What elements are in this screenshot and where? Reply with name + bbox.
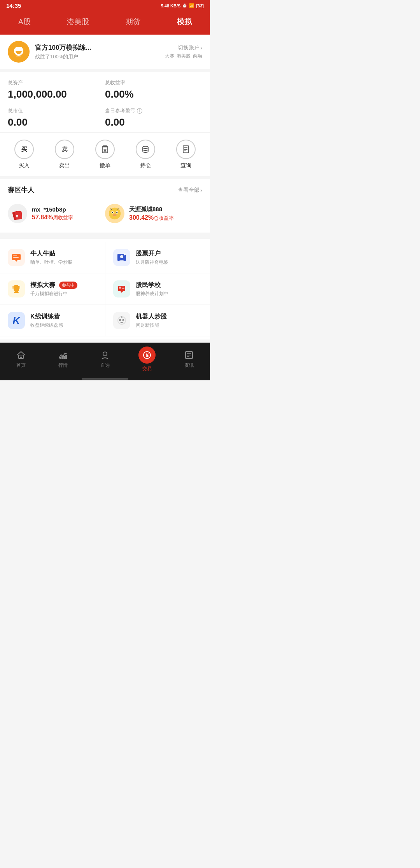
bull-name-1: 天涯孤城888 xyxy=(129,206,174,213)
mock-contest-text: 模拟大赛 参与中 千万模拟赛进行中 xyxy=(30,281,77,297)
battery-level: [33] xyxy=(196,4,204,8)
trade-active-bg: ¥ xyxy=(138,346,156,364)
menu-section: 牛人牛贴 晒单、吐槽、学炒股 + 股票开户 送月版神奇电波 xyxy=(0,239,210,340)
bull-item-1[interactable]: 天涯孤城888 300.42%总收益率 xyxy=(105,201,202,226)
kline-camp-icon: K xyxy=(8,312,25,329)
view-all-button[interactable]: 查看全部 › xyxy=(178,187,202,194)
stat-total-assets: 总资产 1,000,000.00 xyxy=(8,79,105,100)
chevron-right-icon: › xyxy=(200,187,202,193)
position-icon xyxy=(136,140,155,159)
bottom-nav: 首页 行情 自选 ¥ xyxy=(0,343,210,378)
query-label: 查询 xyxy=(180,162,191,169)
svg-point-4 xyxy=(143,146,148,149)
market-value-value: 0.00 xyxy=(8,116,105,128)
nav-item-watchlist[interactable]: 自选 xyxy=(84,350,126,369)
cancel-order-button[interactable]: 撤单 xyxy=(95,140,115,169)
participating-badge: 参与中 xyxy=(59,282,77,289)
total-return-value: 0.00% xyxy=(105,88,202,100)
nav-item-trade[interactable]: ¥ 交易 xyxy=(126,346,168,372)
daily-pnl-value: 0.00 xyxy=(105,116,202,128)
svg-point-35 xyxy=(120,320,121,320)
bull-info-1: 天涯孤城888 300.42%总收益率 xyxy=(129,206,174,222)
avatar xyxy=(8,41,30,63)
svg-rect-29 xyxy=(122,288,124,289)
svg-point-36 xyxy=(123,320,124,320)
bull-return-0: 57.84%周收益率 xyxy=(32,214,73,221)
bull-name-0: mx_*150b8p xyxy=(32,206,73,213)
svg-point-32 xyxy=(118,317,125,324)
watchlist-icon xyxy=(100,350,110,360)
tab-a-shares[interactable]: A股 xyxy=(12,15,37,28)
signal-icon: 📶 xyxy=(189,3,194,8)
menu-item-stock-school[interactable]: 股民学校 股神养成计划中 xyxy=(105,273,210,305)
info-icon[interactable]: i xyxy=(137,108,142,114)
query-icon xyxy=(176,140,196,159)
cancel-label: 撤单 xyxy=(100,162,110,169)
svg-rect-40 xyxy=(20,357,22,359)
nav-item-market[interactable]: 行情 xyxy=(42,350,84,369)
sell-icon: 卖 xyxy=(55,140,74,159)
menu-row-1: 模拟大赛 参与中 千万模拟赛进行中 股民学校 股神养成计划中 xyxy=(0,273,210,305)
bull-section: 赛区牛人 查看全部 › ♠ mx_*150b8p 57.84%周收益率 xyxy=(0,179,210,233)
position-label: 持仓 xyxy=(140,162,151,169)
robot-trading-text: 机器人炒股 问财新技能 xyxy=(136,313,167,329)
svg-point-17 xyxy=(113,214,117,216)
nav-item-home[interactable]: 首页 xyxy=(0,350,42,369)
robot-trading-icon xyxy=(113,312,130,329)
chevron-right-icon: › xyxy=(200,45,202,51)
menu-row-0: 牛人牛贴 晒单、吐槽、学炒股 + 股票开户 送月版神奇电波 xyxy=(0,242,210,273)
menu-item-robot-trading[interactable]: 机器人炒股 问财新技能 xyxy=(105,305,210,336)
status-time: 14:35 xyxy=(6,2,21,9)
svg-point-22 xyxy=(120,255,123,258)
top-nav: A股 港美股 期货 模拟 xyxy=(0,11,210,35)
nav-label-trade: 交易 xyxy=(142,366,152,372)
svg-rect-28 xyxy=(122,287,124,287)
menu-item-stock-account[interactable]: + 股票开户 送月版神奇电波 xyxy=(105,242,210,273)
cancel-icon xyxy=(95,140,115,159)
menu-item-kline-camp[interactable]: K K线训练营 收盘继续练盘感 xyxy=(0,305,105,336)
nav-item-news[interactable]: 资讯 xyxy=(168,350,210,369)
svg-rect-43 xyxy=(63,356,65,359)
market-icon xyxy=(58,350,68,360)
svg-point-16 xyxy=(116,212,117,213)
svg-rect-44 xyxy=(65,355,67,359)
menu-row-2: K K线训练营 收盘继续练盘感 xyxy=(0,305,210,336)
actions-section: 买 买入 卖 卖出 撤单 持仓 xyxy=(0,132,210,176)
query-button[interactable]: 查询 xyxy=(176,140,196,169)
stat-market-value: 总市值 0.00 xyxy=(8,107,105,128)
svg-rect-25 xyxy=(14,292,19,293)
sell-label: 卖出 xyxy=(59,162,70,169)
tab-simulation[interactable]: 模拟 xyxy=(171,15,198,28)
svg-rect-1 xyxy=(102,147,108,153)
account-name: 官方100万模拟练... xyxy=(35,43,159,52)
tab-futures[interactable]: 期货 xyxy=(119,15,147,28)
bull-post-icon xyxy=(8,249,25,266)
mock-contest-icon xyxy=(8,280,25,298)
menu-item-mock-contest[interactable]: 模拟大赛 参与中 千万模拟赛进行中 xyxy=(0,273,105,305)
bull-item-0[interactable]: ♠ mx_*150b8p 57.84%周收益率 xyxy=(8,201,105,226)
stat-daily-pnl: 当日参考盈亏 i 0.00 xyxy=(105,107,202,128)
stat-total-return: 总收益率 0.00% xyxy=(105,79,202,100)
divider-1 xyxy=(0,176,210,179)
tab-hk-us-shares[interactable]: 港美股 xyxy=(61,15,95,28)
menu-item-bull-post[interactable]: 牛人牛贴 晒单、吐槽、学炒股 xyxy=(0,242,105,273)
battery-icon: ⏰ xyxy=(182,3,187,8)
stock-school-text: 股民学校 股神养成计划中 xyxy=(136,281,168,297)
buy-button[interactable]: 买 买入 xyxy=(14,140,34,169)
account-subtitle: 战胜了100%的用户 xyxy=(35,53,159,60)
svg-rect-19 xyxy=(13,256,17,256)
switch-account-button[interactable]: 切换账户 › xyxy=(178,44,202,51)
news-icon xyxy=(184,350,194,360)
nav-label-news: 资讯 xyxy=(184,362,194,369)
bull-section-title: 赛区牛人 xyxy=(8,186,34,194)
svg-rect-24 xyxy=(15,291,18,292)
status-bar: 14:35 5.48 KB/S ⏰ 📶 [33] xyxy=(0,0,210,11)
position-button[interactable]: 持仓 xyxy=(136,140,155,169)
account-tags: 大赛 港美股 两融 xyxy=(165,53,202,60)
network-speed: 5.48 KB/S xyxy=(161,4,181,8)
stock-account-text: 股票开户 送月版神奇电波 xyxy=(136,250,168,266)
svg-point-15 xyxy=(112,212,113,213)
stock-school-icon xyxy=(113,280,130,298)
buy-icon: 买 xyxy=(14,140,34,159)
sell-button[interactable]: 卖 卖出 xyxy=(55,140,74,169)
